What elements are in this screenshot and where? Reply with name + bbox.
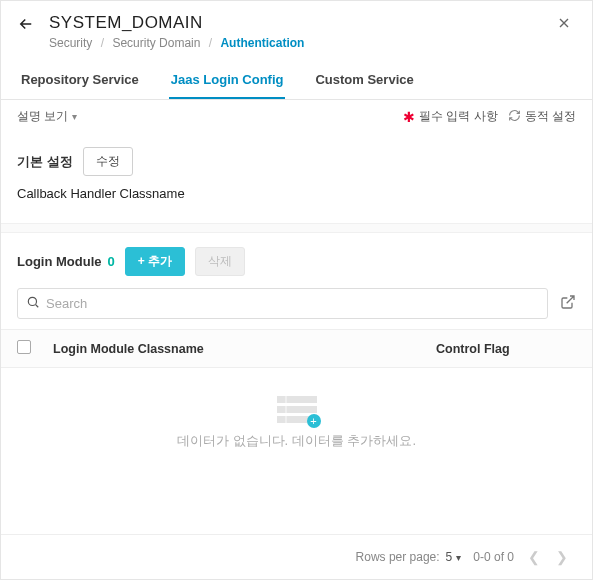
tab-custom-service[interactable]: Custom Service	[313, 66, 415, 99]
open-external-icon[interactable]	[560, 294, 576, 313]
search-box[interactable]	[17, 288, 548, 319]
table-header: Login Module Classname Control Flag	[1, 329, 592, 368]
refresh-icon	[508, 109, 521, 125]
breadcrumb: Security / Security Domain / Authenticat…	[49, 36, 552, 50]
breadcrumb-item[interactable]: Security	[49, 36, 92, 50]
select-all-checkbox[interactable]	[17, 340, 31, 354]
chevron-down-icon: ▾	[72, 111, 77, 122]
tab-bar: Repository Service Jaas Login Config Cus…	[1, 58, 592, 100]
section-divider	[1, 223, 592, 233]
edit-button[interactable]: 수정	[83, 147, 133, 176]
page-title: SYSTEM_DOMAIN	[49, 13, 552, 33]
prev-page-button[interactable]: ❮	[520, 549, 548, 565]
column-control-flag: Control Flag	[436, 342, 576, 356]
pagination-bar: Rows per page: 5 ▾ 0-0 of 0 ❮ ❯	[1, 534, 592, 579]
required-star-icon: ✱	[403, 109, 415, 125]
close-button[interactable]	[552, 13, 576, 38]
empty-message: 데이터가 없습니다. 데이터를 추가하세요.	[1, 432, 592, 450]
empty-icon: +	[277, 396, 317, 424]
description-toggle[interactable]: 설명 보기 ▾	[17, 108, 77, 125]
add-button[interactable]: + 추가	[125, 247, 185, 276]
login-module-title: Login Module	[17, 254, 101, 269]
tab-repository-service[interactable]: Repository Service	[19, 66, 141, 99]
svg-point-0	[28, 297, 36, 305]
rows-per-page-select[interactable]: 5 ▾	[446, 550, 462, 564]
search-icon	[26, 295, 40, 312]
back-button[interactable]	[17, 13, 49, 38]
column-classname: Login Module Classname	[53, 342, 436, 356]
next-page-button[interactable]: ❯	[548, 549, 576, 565]
dynamic-legend-label: 동적 설정	[525, 108, 576, 125]
empty-state: + 데이터가 없습니다. 데이터를 추가하세요.	[1, 368, 592, 468]
search-input[interactable]	[40, 294, 539, 313]
breadcrumb-item[interactable]: Security Domain	[112, 36, 200, 50]
rows-per-page-label: Rows per page:	[356, 550, 440, 564]
delete-button: 삭제	[195, 247, 245, 276]
tab-jaas-login-config[interactable]: Jaas Login Config	[169, 66, 286, 99]
breadcrumb-item-active: Authentication	[220, 36, 304, 50]
pagination-range: 0-0 of 0	[473, 550, 514, 564]
login-module-count: 0	[107, 254, 114, 269]
add-plus-icon: +	[307, 414, 321, 428]
chevron-down-icon: ▾	[456, 552, 461, 563]
basic-settings-title: 기본 설정	[17, 153, 73, 171]
required-legend-label: 필수 입력 사항	[419, 108, 498, 125]
callback-handler-label: Callback Handler Classname	[1, 180, 592, 213]
